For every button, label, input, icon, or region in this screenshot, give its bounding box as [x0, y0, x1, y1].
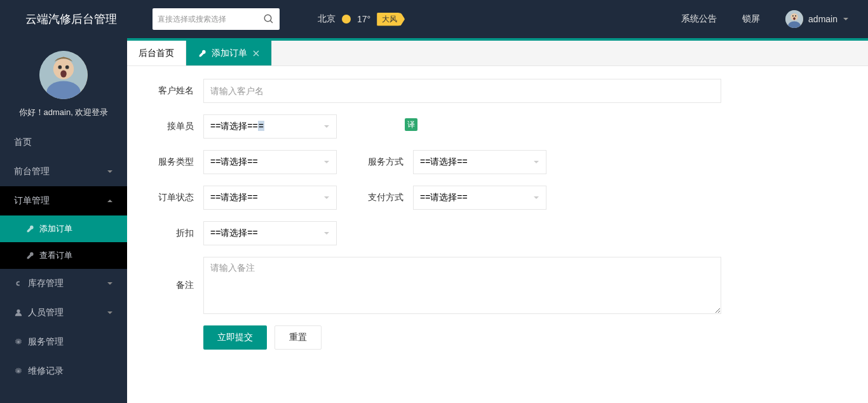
- link-icon: [14, 279, 23, 288]
- svg-point-12: [65, 65, 69, 69]
- search-input[interactable]: [158, 15, 263, 24]
- weather-widget: 北京 17° 大风: [318, 13, 405, 26]
- svg-point-7: [793, 17, 796, 20]
- header: 云端汽修后台管理 北京 17° 大风 系统公告 锁屏 admain: [0, 0, 868, 38]
- sidebar-item-orders[interactable]: 订单管理: [0, 186, 127, 215]
- main-content: 后台首页 添加订单 译 客户姓名 接单员: [127, 38, 868, 403]
- submit-button[interactable]: 立即提交: [203, 325, 267, 350]
- app-logo: 云端汽修后台管理: [0, 11, 127, 27]
- sidebar-item-service[interactable]: 服务管理: [0, 327, 127, 357]
- reset-button[interactable]: 重置: [275, 325, 322, 350]
- chevron-down-icon: [107, 168, 113, 175]
- wrench-icon: [25, 251, 34, 260]
- avatar-large: [39, 51, 88, 99]
- remark-label: 备注: [146, 280, 203, 291]
- sidebar-item-repair-log[interactable]: 维修记录: [0, 357, 127, 386]
- people-icon: [14, 308, 23, 317]
- tab-bar: 后台首页 添加订单: [127, 41, 868, 66]
- wind-flag-icon: 大风: [377, 13, 405, 26]
- gear-icon: [14, 338, 23, 346]
- order-status-select[interactable]: ==请选择==: [203, 186, 337, 210]
- order-status-label: 订单状态: [146, 192, 203, 203]
- customer-label: 客户姓名: [146, 85, 203, 97]
- welcome-text: 你好！admain, 欢迎登录: [0, 107, 127, 118]
- sidebar-item-staff[interactable]: 人员管理: [0, 298, 127, 327]
- chevron-down-icon: [533, 195, 539, 201]
- lock-screen-link[interactable]: 锁屏: [742, 13, 760, 25]
- sidebar-item-inventory[interactable]: 库存管理: [0, 269, 127, 298]
- wrench-icon: [25, 224, 34, 233]
- chevron-down-icon: [843, 16, 849, 22]
- discount-label: 折扣: [146, 228, 203, 239]
- remark-textarea[interactable]: [203, 257, 721, 314]
- weather-temp: 17°: [357, 14, 370, 24]
- tab-home[interactable]: 后台首页: [127, 41, 186, 65]
- chevron-down-icon: [323, 159, 330, 165]
- sidebar-item-frontdesk[interactable]: 前台管理: [0, 157, 127, 186]
- translate-badge[interactable]: 译: [405, 118, 417, 131]
- chevron-down-icon: [323, 230, 330, 236]
- service-method-select[interactable]: ==请选择==: [413, 150, 546, 174]
- weather-city: 北京: [318, 13, 336, 25]
- sidebar-subitem-view-order[interactable]: 查看订单: [0, 242, 127, 269]
- svg-point-13: [60, 70, 67, 77]
- avatar-small: [785, 10, 803, 28]
- chevron-up-icon: [107, 198, 113, 204]
- svg-point-11: [58, 65, 62, 69]
- user-menu[interactable]: admain: [785, 10, 849, 28]
- user-panel: 你好！admain, 欢迎登录: [0, 38, 127, 128]
- sidebar-item-home[interactable]: 首页: [0, 128, 127, 157]
- chevron-down-icon: [323, 195, 330, 201]
- sidebar-subitem-add-order[interactable]: 添加订单: [0, 215, 127, 242]
- service-type-label: 服务类型: [146, 156, 203, 168]
- svg-point-6: [795, 15, 796, 17]
- customer-input[interactable]: [203, 79, 721, 103]
- gear-icon: [14, 367, 23, 376]
- sidebar: 你好！admain, 欢迎登录 首页 前台管理 订单管理 添加订单 查看订单: [0, 38, 127, 403]
- svg-point-14: [17, 310, 20, 313]
- discount-select[interactable]: ==请选择==: [203, 221, 337, 245]
- chevron-down-icon: [107, 280, 113, 287]
- search-icon[interactable]: [263, 13, 275, 25]
- service-method-label: 服务方式: [356, 156, 413, 168]
- service-type-select[interactable]: ==请选择==: [203, 150, 337, 174]
- close-icon[interactable]: [252, 50, 260, 57]
- announcement-link[interactable]: 系统公告: [681, 13, 717, 25]
- tab-add-order[interactable]: 添加订单: [186, 41, 272, 65]
- svg-line-1: [270, 20, 273, 23]
- svg-point-5: [792, 15, 794, 17]
- wrench-icon: [198, 49, 207, 58]
- header-right: 系统公告 锁屏 admain: [681, 10, 868, 28]
- receiver-label: 接单员: [146, 121, 203, 132]
- chevron-down-icon: [533, 159, 539, 165]
- chevron-down-icon: [107, 310, 113, 316]
- chevron-down-icon: [323, 123, 330, 130]
- svg-point-0: [264, 15, 271, 22]
- receiver-select[interactable]: ==请选择===: [203, 114, 337, 139]
- sun-icon: [342, 15, 351, 24]
- form-area: 译 客户姓名 接单员 ==请选择===: [127, 66, 868, 403]
- search-box[interactable]: [153, 8, 280, 30]
- username: admain: [808, 14, 837, 24]
- payment-label: 支付方式: [356, 192, 413, 203]
- payment-select[interactable]: ==请选择==: [413, 186, 546, 210]
